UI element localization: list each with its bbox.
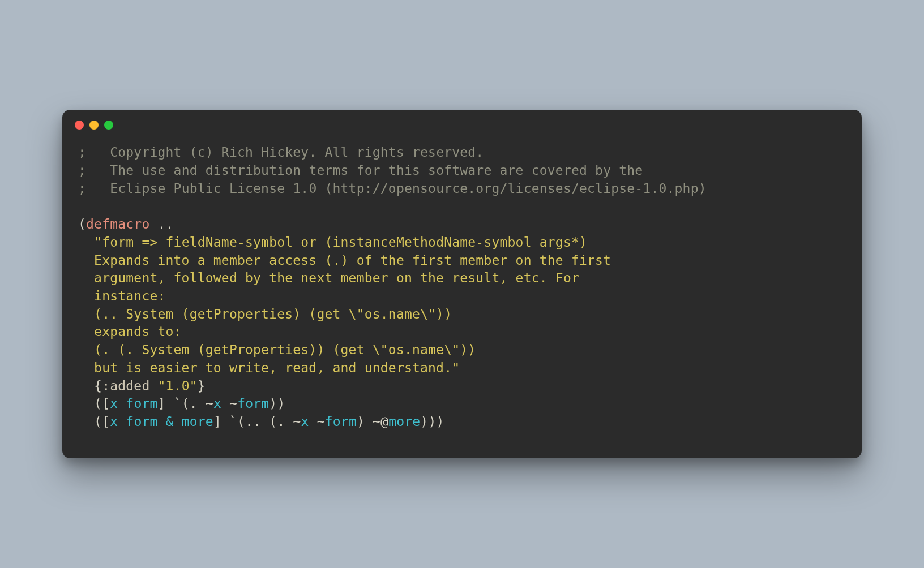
comment-line: ; Copyright (c) Rich Hickey. All rights … <box>78 145 484 160</box>
meta-close: } <box>198 378 206 393</box>
sym-form: form <box>126 414 157 429</box>
docstring: "form => fieldName-symbol or (instanceMe… <box>78 235 611 375</box>
close-icon[interactable] <box>75 121 84 130</box>
code-block: ; Copyright (c) Rich Hickey. All rights … <box>62 140 862 458</box>
meta-open: { <box>78 378 102 393</box>
meta-value: "1.0" <box>158 378 198 393</box>
meta-key: :added <box>102 378 149 393</box>
sym-amp: & <box>166 414 174 429</box>
comment-line: ; Eclipse Public License 1.0 (http://ope… <box>78 181 707 196</box>
keyword-defmacro: defmacro <box>86 217 149 231</box>
sym-x: x <box>110 414 118 429</box>
minimize-icon[interactable] <box>89 121 99 130</box>
arity2-open: ([ <box>78 414 110 429</box>
stage: ; Copyright (c) Rich Hickey. All rights … <box>0 0 924 568</box>
terminal-window: ; Copyright (c) Rich Hickey. All rights … <box>62 110 862 458</box>
sym-x: x <box>110 396 118 411</box>
open-paren: ( <box>78 217 86 231</box>
arity1-open: ([ <box>78 396 110 411</box>
macro-name: .. <box>149 217 173 231</box>
window-titlebar <box>62 110 862 140</box>
zoom-icon[interactable] <box>104 121 113 130</box>
sym-form: form <box>126 396 157 411</box>
comment-line: ; The use and distribution terms for thi… <box>78 163 643 178</box>
sym-more: more <box>182 414 213 429</box>
